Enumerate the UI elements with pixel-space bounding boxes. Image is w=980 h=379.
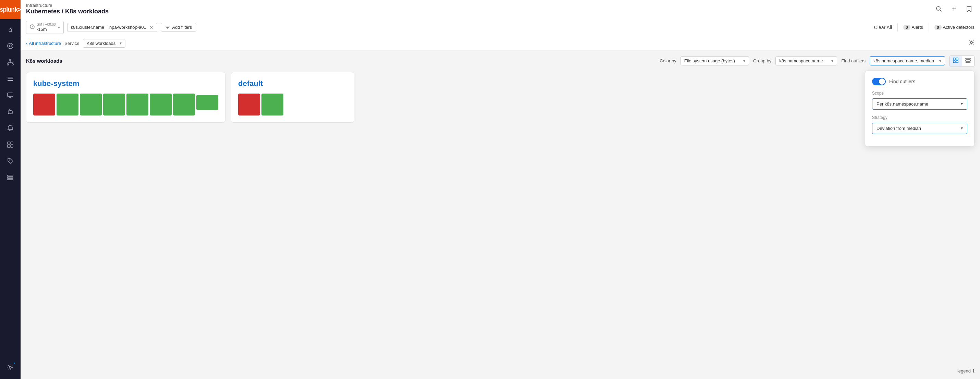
svg-rect-4 xyxy=(12,64,13,65)
find-outliers-select[interactable]: k8s.namespace.name, median ▾ xyxy=(870,56,945,65)
time-chevron-icon: ▾ xyxy=(58,25,60,30)
nav-bar: ‹ All infrastructure Service K8s workloa… xyxy=(21,37,980,50)
sidebar-item-tag[interactable] xyxy=(3,153,18,169)
svg-rect-23 xyxy=(8,145,10,147)
sidebar: splunk> ⌂ xyxy=(0,0,21,379)
sidebar-item-hierarchy[interactable] xyxy=(3,55,18,70)
scope-value: Per k8s.namespace.name xyxy=(877,102,928,107)
svg-rect-11 xyxy=(8,80,13,81)
sidebar-item-monitor[interactable] xyxy=(3,88,18,103)
filter-value: k8s.cluster.name = hpa-workshop-a0... xyxy=(71,25,148,30)
tile[interactable] xyxy=(261,94,283,115)
color-by-select[interactable]: File system usage (bytes) ▾ xyxy=(681,56,749,65)
bookmark-button[interactable] xyxy=(964,3,975,14)
group-card-default: default xyxy=(231,72,354,123)
group-by-label: Group by xyxy=(753,58,771,64)
alerts-label: Alerts xyxy=(912,25,923,30)
content-area: K8s workloads Color by File system usage… xyxy=(21,50,980,379)
tile[interactable] xyxy=(238,94,260,115)
svg-rect-27 xyxy=(8,177,13,178)
filter-remove-button[interactable]: ✕ xyxy=(150,25,154,30)
tile[interactable] xyxy=(33,94,55,115)
search-button[interactable] xyxy=(934,3,944,14)
outliers-toggle-label: Find outliers xyxy=(889,79,915,84)
tile[interactable] xyxy=(173,94,195,115)
toggle-knob xyxy=(879,78,885,84)
alerts-badge: 0 Alerts xyxy=(903,25,923,30)
svg-rect-3 xyxy=(7,64,9,65)
clock-icon xyxy=(30,24,35,30)
tile[interactable] xyxy=(103,94,125,115)
add-button[interactable]: + xyxy=(948,3,959,14)
svg-rect-10 xyxy=(8,78,13,79)
find-outliers-label: Find outliers xyxy=(841,58,865,64)
time-selector[interactable]: GMT +00:00 -15m ▾ xyxy=(26,21,64,34)
add-filters-button[interactable]: Add filters xyxy=(161,23,196,32)
divider xyxy=(897,23,898,32)
svg-rect-9 xyxy=(8,77,13,78)
color-by-value: File system usage (bytes) xyxy=(684,58,735,64)
tile[interactable] xyxy=(126,94,148,115)
grid-view-button[interactable] xyxy=(950,56,962,66)
group-name-default: default xyxy=(238,79,347,88)
sidebar-item-dashboard[interactable] xyxy=(3,137,18,152)
back-button[interactable]: ‹ All infrastructure xyxy=(26,41,61,46)
tile[interactable] xyxy=(80,94,102,115)
svg-rect-21 xyxy=(8,142,10,144)
clear-all-button[interactable]: Clear All xyxy=(874,25,892,30)
svg-point-29 xyxy=(9,366,11,368)
sidebar-item-home[interactable]: ⌂ xyxy=(3,22,18,37)
svg-rect-39 xyxy=(956,61,958,63)
sidebar-item-nodes[interactable] xyxy=(3,38,18,53)
active-detectors-badge: 0 Active detectors xyxy=(934,25,975,30)
sidebar-item-settings[interactable] xyxy=(3,360,18,375)
sidebar-item-storage[interactable] xyxy=(3,170,18,185)
tile[interactable] xyxy=(196,95,218,110)
tile[interactable] xyxy=(150,94,172,115)
strategy-value: Deviation from median xyxy=(877,126,921,131)
strategy-select[interactable]: Deviation from median ▾ xyxy=(872,123,967,134)
page-title: Kubernetes / K8s workloads xyxy=(26,8,109,15)
top-header: Infrastructure Kubernetes / K8s workload… xyxy=(21,0,980,18)
list-view-button[interactable] xyxy=(962,56,974,66)
sidebar-item-robot[interactable] xyxy=(3,104,18,119)
svg-rect-36 xyxy=(953,58,955,60)
find-outliers-toggle[interactable] xyxy=(872,78,886,85)
svg-rect-28 xyxy=(8,179,13,180)
divider2 xyxy=(929,23,929,32)
time-gmt-label: GMT +00:00 xyxy=(37,22,56,27)
svg-rect-2 xyxy=(10,59,11,61)
color-by-chevron-icon: ▾ xyxy=(743,59,745,64)
back-label: All infrastructure xyxy=(29,41,61,46)
sidebar-item-list[interactable] xyxy=(3,71,18,86)
svg-point-19 xyxy=(11,112,12,112)
active-detectors-count: 0 xyxy=(934,25,942,30)
main-content: Infrastructure Kubernetes / K8s workload… xyxy=(21,0,980,379)
svg-rect-38 xyxy=(953,61,955,63)
page-super: Infrastructure xyxy=(26,3,52,8)
svg-rect-40 xyxy=(966,58,970,59)
svg-point-16 xyxy=(10,109,11,110)
scope-select[interactable]: Per k8s.namespace.name ▾ xyxy=(872,98,967,110)
app-logo[interactable]: splunk> xyxy=(0,0,21,19)
add-filters-label: Add filters xyxy=(172,25,192,30)
legend-button[interactable]: legend ℹ xyxy=(958,368,975,374)
svg-rect-26 xyxy=(8,175,13,177)
service-value: K8s workloads xyxy=(87,41,116,46)
filter-tag: k8s.cluster.name = hpa-workshop-a0... ✕ xyxy=(67,23,158,32)
view-toggle xyxy=(949,56,975,67)
tile[interactable] xyxy=(57,94,78,115)
filter-bar: GMT +00:00 -15m ▾ k8s.cluster.name = hpa… xyxy=(21,18,980,37)
workloads-header: K8s workloads Color by File system usage… xyxy=(26,56,975,67)
group-by-select[interactable]: k8s.namespace.name ▾ xyxy=(775,56,837,65)
svg-rect-42 xyxy=(966,62,970,62)
scope-section-label: Scope xyxy=(872,91,967,96)
settings-gear-button[interactable] xyxy=(968,40,975,47)
svg-point-1 xyxy=(9,45,11,47)
alerts-count: 0 xyxy=(903,25,910,30)
active-detectors-label: Active detectors xyxy=(943,25,975,30)
scope-chevron-icon: ▾ xyxy=(961,102,963,106)
find-outliers-value: k8s.namespace.name, median xyxy=(873,58,934,64)
sidebar-item-bell[interactable] xyxy=(3,121,18,136)
service-select[interactable]: K8s workloads ▾ xyxy=(83,39,126,48)
